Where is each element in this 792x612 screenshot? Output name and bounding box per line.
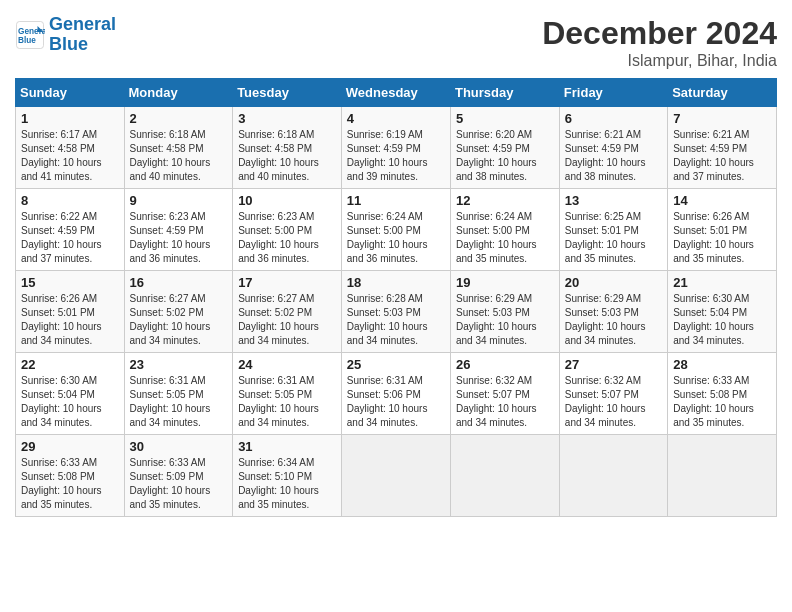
- calendar-day-4: 4Sunrise: 6:19 AM Sunset: 4:59 PM Daylig…: [341, 107, 450, 189]
- day-number: 2: [130, 111, 228, 126]
- day-info: Sunrise: 6:32 AM Sunset: 5:07 PM Dayligh…: [456, 374, 554, 430]
- calendar-empty-cell: [559, 435, 667, 517]
- day-number: 30: [130, 439, 228, 454]
- day-number: 11: [347, 193, 445, 208]
- day-number: 10: [238, 193, 336, 208]
- day-info: Sunrise: 6:33 AM Sunset: 5:08 PM Dayligh…: [21, 456, 119, 512]
- day-info: Sunrise: 6:32 AM Sunset: 5:07 PM Dayligh…: [565, 374, 662, 430]
- day-info: Sunrise: 6:22 AM Sunset: 4:59 PM Dayligh…: [21, 210, 119, 266]
- day-info: Sunrise: 6:29 AM Sunset: 5:03 PM Dayligh…: [565, 292, 662, 348]
- calendar-table: SundayMondayTuesdayWednesdayThursdayFrid…: [15, 78, 777, 517]
- calendar-day-29: 29Sunrise: 6:33 AM Sunset: 5:08 PM Dayli…: [16, 435, 125, 517]
- day-number: 23: [130, 357, 228, 372]
- calendar-day-6: 6Sunrise: 6:21 AM Sunset: 4:59 PM Daylig…: [559, 107, 667, 189]
- calendar-day-10: 10Sunrise: 6:23 AM Sunset: 5:00 PM Dayli…: [233, 189, 342, 271]
- day-info: Sunrise: 6:31 AM Sunset: 5:05 PM Dayligh…: [238, 374, 336, 430]
- day-info: Sunrise: 6:26 AM Sunset: 5:01 PM Dayligh…: [21, 292, 119, 348]
- calendar-day-3: 3Sunrise: 6:18 AM Sunset: 4:58 PM Daylig…: [233, 107, 342, 189]
- calendar-header-row: SundayMondayTuesdayWednesdayThursdayFrid…: [16, 79, 777, 107]
- day-info: Sunrise: 6:21 AM Sunset: 4:59 PM Dayligh…: [673, 128, 771, 184]
- day-info: Sunrise: 6:27 AM Sunset: 5:02 PM Dayligh…: [238, 292, 336, 348]
- day-number: 16: [130, 275, 228, 290]
- day-number: 8: [21, 193, 119, 208]
- day-header-tuesday: Tuesday: [233, 79, 342, 107]
- day-info: Sunrise: 6:21 AM Sunset: 4:59 PM Dayligh…: [565, 128, 662, 184]
- calendar-title: December 2024: [542, 15, 777, 52]
- day-info: Sunrise: 6:29 AM Sunset: 5:03 PM Dayligh…: [456, 292, 554, 348]
- day-info: Sunrise: 6:18 AM Sunset: 4:58 PM Dayligh…: [238, 128, 336, 184]
- calendar-day-23: 23Sunrise: 6:31 AM Sunset: 5:05 PM Dayli…: [124, 353, 233, 435]
- day-number: 15: [21, 275, 119, 290]
- calendar-day-28: 28Sunrise: 6:33 AM Sunset: 5:08 PM Dayli…: [668, 353, 777, 435]
- day-info: Sunrise: 6:23 AM Sunset: 5:00 PM Dayligh…: [238, 210, 336, 266]
- calendar-day-26: 26Sunrise: 6:32 AM Sunset: 5:07 PM Dayli…: [450, 353, 559, 435]
- calendar-empty-cell: [450, 435, 559, 517]
- day-number: 27: [565, 357, 662, 372]
- day-info: Sunrise: 6:17 AM Sunset: 4:58 PM Dayligh…: [21, 128, 119, 184]
- calendar-day-12: 12Sunrise: 6:24 AM Sunset: 5:00 PM Dayli…: [450, 189, 559, 271]
- calendar-day-5: 5Sunrise: 6:20 AM Sunset: 4:59 PM Daylig…: [450, 107, 559, 189]
- calendar-day-15: 15Sunrise: 6:26 AM Sunset: 5:01 PM Dayli…: [16, 271, 125, 353]
- day-header-monday: Monday: [124, 79, 233, 107]
- day-number: 1: [21, 111, 119, 126]
- calendar-empty-cell: [341, 435, 450, 517]
- calendar-day-21: 21Sunrise: 6:30 AM Sunset: 5:04 PM Dayli…: [668, 271, 777, 353]
- day-info: Sunrise: 6:31 AM Sunset: 5:05 PM Dayligh…: [130, 374, 228, 430]
- day-number: 7: [673, 111, 771, 126]
- calendar-subtitle: Islampur, Bihar, India: [542, 52, 777, 70]
- day-number: 5: [456, 111, 554, 126]
- day-number: 9: [130, 193, 228, 208]
- calendar-day-13: 13Sunrise: 6:25 AM Sunset: 5:01 PM Dayli…: [559, 189, 667, 271]
- calendar-day-16: 16Sunrise: 6:27 AM Sunset: 5:02 PM Dayli…: [124, 271, 233, 353]
- calendar-day-18: 18Sunrise: 6:28 AM Sunset: 5:03 PM Dayli…: [341, 271, 450, 353]
- logo-icon: General Blue: [15, 20, 45, 50]
- day-number: 31: [238, 439, 336, 454]
- day-number: 29: [21, 439, 119, 454]
- calendar-day-30: 30Sunrise: 6:33 AM Sunset: 5:09 PM Dayli…: [124, 435, 233, 517]
- day-number: 21: [673, 275, 771, 290]
- day-number: 4: [347, 111, 445, 126]
- day-number: 24: [238, 357, 336, 372]
- day-number: 12: [456, 193, 554, 208]
- day-info: Sunrise: 6:25 AM Sunset: 5:01 PM Dayligh…: [565, 210, 662, 266]
- calendar-week-1: 1Sunrise: 6:17 AM Sunset: 4:58 PM Daylig…: [16, 107, 777, 189]
- calendar-day-25: 25Sunrise: 6:31 AM Sunset: 5:06 PM Dayli…: [341, 353, 450, 435]
- day-number: 18: [347, 275, 445, 290]
- calendar-week-5: 29Sunrise: 6:33 AM Sunset: 5:08 PM Dayli…: [16, 435, 777, 517]
- day-number: 14: [673, 193, 771, 208]
- day-info: Sunrise: 6:24 AM Sunset: 5:00 PM Dayligh…: [347, 210, 445, 266]
- calendar-week-2: 8Sunrise: 6:22 AM Sunset: 4:59 PM Daylig…: [16, 189, 777, 271]
- calendar-day-24: 24Sunrise: 6:31 AM Sunset: 5:05 PM Dayli…: [233, 353, 342, 435]
- logo: General Blue GeneralBlue: [15, 15, 116, 55]
- calendar-day-31: 31Sunrise: 6:34 AM Sunset: 5:10 PM Dayli…: [233, 435, 342, 517]
- day-number: 13: [565, 193, 662, 208]
- day-number: 19: [456, 275, 554, 290]
- day-info: Sunrise: 6:26 AM Sunset: 5:01 PM Dayligh…: [673, 210, 771, 266]
- day-info: Sunrise: 6:28 AM Sunset: 5:03 PM Dayligh…: [347, 292, 445, 348]
- svg-text:Blue: Blue: [18, 35, 36, 44]
- calendar-day-19: 19Sunrise: 6:29 AM Sunset: 5:03 PM Dayli…: [450, 271, 559, 353]
- page-header: General Blue GeneralBlue December 2024 I…: [15, 15, 777, 70]
- day-number: 3: [238, 111, 336, 126]
- calendar-day-27: 27Sunrise: 6:32 AM Sunset: 5:07 PM Dayli…: [559, 353, 667, 435]
- day-info: Sunrise: 6:33 AM Sunset: 5:09 PM Dayligh…: [130, 456, 228, 512]
- day-info: Sunrise: 6:23 AM Sunset: 4:59 PM Dayligh…: [130, 210, 228, 266]
- day-header-wednesday: Wednesday: [341, 79, 450, 107]
- logo-text: GeneralBlue: [49, 15, 116, 55]
- day-number: 26: [456, 357, 554, 372]
- calendar-week-3: 15Sunrise: 6:26 AM Sunset: 5:01 PM Dayli…: [16, 271, 777, 353]
- day-info: Sunrise: 6:20 AM Sunset: 4:59 PM Dayligh…: [456, 128, 554, 184]
- day-number: 20: [565, 275, 662, 290]
- title-block: December 2024 Islampur, Bihar, India: [542, 15, 777, 70]
- day-info: Sunrise: 6:31 AM Sunset: 5:06 PM Dayligh…: [347, 374, 445, 430]
- day-number: 25: [347, 357, 445, 372]
- day-header-sunday: Sunday: [16, 79, 125, 107]
- calendar-day-1: 1Sunrise: 6:17 AM Sunset: 4:58 PM Daylig…: [16, 107, 125, 189]
- calendar-day-20: 20Sunrise: 6:29 AM Sunset: 5:03 PM Dayli…: [559, 271, 667, 353]
- calendar-day-9: 9Sunrise: 6:23 AM Sunset: 4:59 PM Daylig…: [124, 189, 233, 271]
- calendar-day-22: 22Sunrise: 6:30 AM Sunset: 5:04 PM Dayli…: [16, 353, 125, 435]
- day-number: 17: [238, 275, 336, 290]
- day-header-saturday: Saturday: [668, 79, 777, 107]
- day-number: 6: [565, 111, 662, 126]
- day-header-thursday: Thursday: [450, 79, 559, 107]
